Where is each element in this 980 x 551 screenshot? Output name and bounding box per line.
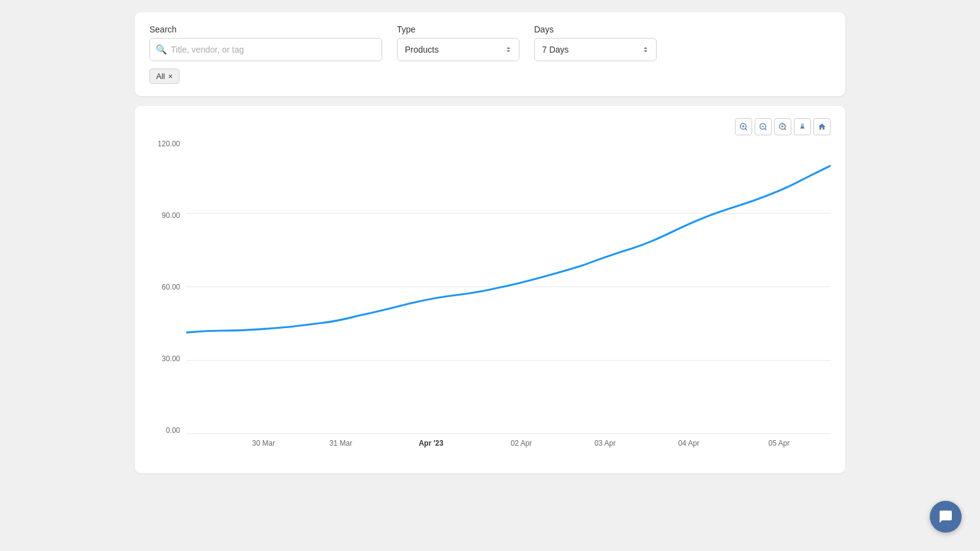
home-button[interactable] <box>813 118 831 135</box>
y-label-30: 30.00 <box>149 355 186 362</box>
search-input-wrapper: 🔍 <box>149 38 382 61</box>
y-label-60: 60.00 <box>149 283 186 291</box>
y-label-0: 0.00 <box>149 427 186 434</box>
chart-svg <box>186 140 831 434</box>
type-group: Type Products Variants Collections <box>397 24 519 61</box>
x-label-apr23: Apr '23 <box>419 439 443 448</box>
chart-area: 0.00 30.00 60.00 90.00 120.00 <box>149 140 831 459</box>
chart-inner <box>186 140 831 434</box>
tag-close-icon[interactable]: × <box>168 72 173 81</box>
zoom-reset-button[interactable] <box>774 118 791 135</box>
y-label-120: 120.00 <box>149 140 186 148</box>
main-container: Search 🔍 Type Products Variants Collecti… <box>135 12 845 473</box>
x-label-30mar: 30 Mar <box>252 439 275 448</box>
search-group: Search 🔍 <box>149 24 382 61</box>
type-label: Type <box>397 24 519 34</box>
days-select[interactable]: 7 Days 14 Days 30 Days 90 Days <box>534 38 657 61</box>
chart-panel: 0.00 30.00 60.00 90.00 120.00 <box>135 106 845 473</box>
svg-line-6 <box>765 129 767 130</box>
x-label-03apr: 03 Apr <box>594 439 616 448</box>
x-label-05apr: 05 Apr <box>768 439 790 448</box>
x-axis: 30 Mar 31 Mar Apr '23 02 Apr 03 Apr 04 A… <box>186 434 831 459</box>
y-axis: 0.00 30.00 60.00 90.00 120.00 <box>149 140 186 434</box>
x-label-04apr: 04 Apr <box>678 439 699 448</box>
search-input[interactable] <box>149 38 382 61</box>
chat-button[interactable] <box>930 501 962 533</box>
pan-button[interactable] <box>794 118 811 135</box>
zoom-out-button[interactable] <box>755 118 772 135</box>
tags-row: All × <box>149 69 831 84</box>
tag-label: All <box>156 72 165 81</box>
all-tag-badge[interactable]: All × <box>149 69 179 84</box>
y-label-90: 90.00 <box>149 212 186 219</box>
search-label: Search <box>149 24 382 34</box>
zoom-in-button[interactable] <box>735 118 752 135</box>
svg-line-3 <box>745 129 747 130</box>
svg-line-8 <box>785 129 786 130</box>
type-select[interactable]: Products Variants Collections <box>397 38 519 61</box>
search-panel: Search 🔍 Type Products Variants Collecti… <box>135 12 845 96</box>
search-icon: 🔍 <box>156 44 167 55</box>
chat-icon <box>938 509 953 524</box>
days-group: Days 7 Days 14 Days 30 Days 90 Days <box>534 24 657 61</box>
filters-row: Search 🔍 Type Products Variants Collecti… <box>149 24 831 61</box>
chart-toolbar <box>149 118 831 135</box>
x-label-02apr: 02 Apr <box>511 439 532 448</box>
x-label-31mar: 31 Mar <box>330 439 352 448</box>
days-label: Days <box>534 24 657 34</box>
